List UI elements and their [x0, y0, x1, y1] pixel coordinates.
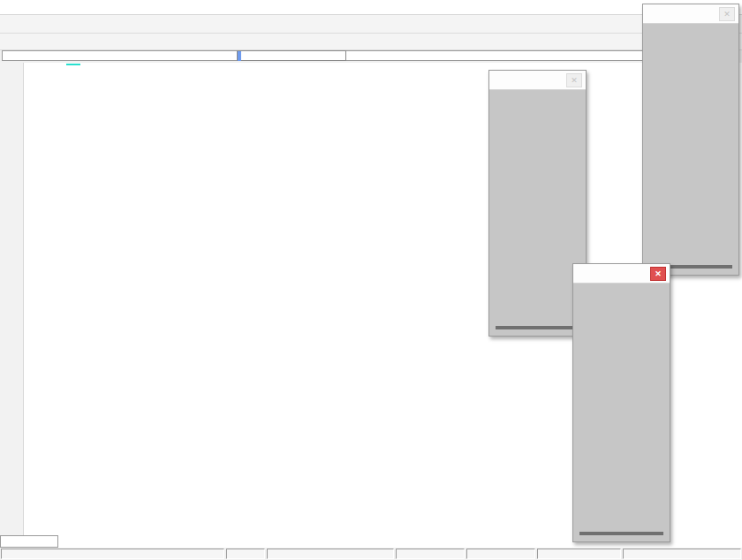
view-mode-label	[66, 64, 80, 65]
scale-header	[573, 284, 670, 291]
toolbar-standard	[0, 15, 742, 34]
status-result-component	[396, 549, 465, 559]
status-load-case	[267, 549, 394, 559]
toolbar-drawing	[0, 34, 742, 50]
scale-header	[643, 24, 738, 31]
prompt-row	[0, 50, 742, 63]
menu-bar	[0, 0, 742, 15]
status-units	[226, 549, 265, 559]
status-bar	[0, 548, 742, 560]
status-ductility-class	[537, 549, 621, 559]
scale-header	[489, 90, 586, 97]
scale-panel-gusci: ✕	[572, 263, 670, 542]
status-command	[1, 549, 224, 559]
status-coordinates	[623, 549, 741, 559]
status-corner-box	[0, 535, 58, 548]
close-icon[interactable]: ✕	[650, 267, 666, 281]
tool-sidebar	[0, 63, 24, 548]
panel-titlebar[interactable]: ✕	[573, 264, 670, 284]
coordinate-input[interactable]	[237, 50, 346, 61]
application-window: ✕ ✕ ✕	[0, 0, 742, 560]
coordinate-input-value	[238, 51, 241, 61]
status-result-type	[466, 549, 535, 559]
close-icon[interactable]: ✕	[719, 7, 735, 21]
scale-box	[579, 532, 663, 535]
prompt-label	[2, 50, 737, 61]
scale-panel-aste-positive: ✕	[642, 4, 739, 276]
scale-box	[496, 326, 579, 329]
panel-titlebar[interactable]: ✕	[489, 71, 586, 90]
close-icon[interactable]: ✕	[566, 73, 582, 87]
panel-titlebar[interactable]: ✕	[643, 4, 738, 24]
